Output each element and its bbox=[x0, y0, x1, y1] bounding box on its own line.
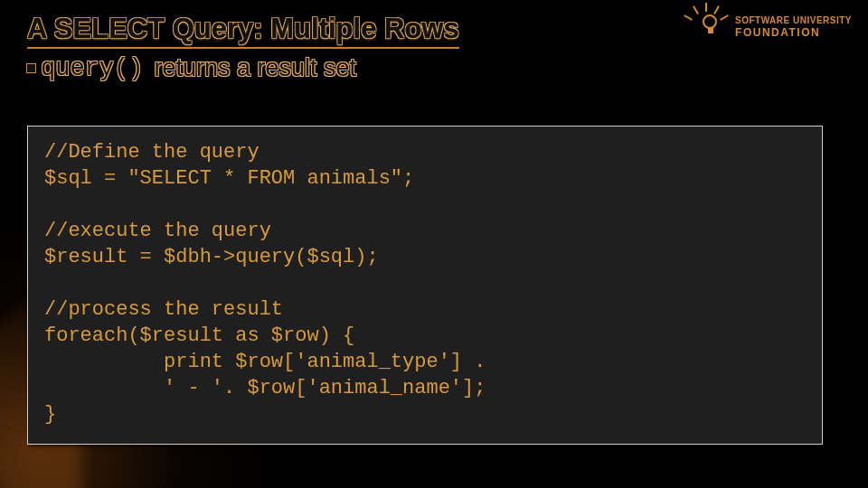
slide-title: A SELECT Query: Multiple Rows bbox=[27, 13, 459, 49]
bullet-square-icon bbox=[27, 64, 35, 72]
bullet-item: query() returns a result set bbox=[27, 54, 841, 82]
logo-line1: SOFTWARE UNIVERSITY bbox=[735, 16, 852, 25]
bullet-code-token: query() bbox=[41, 55, 143, 82]
logo-line2: FOUNDATION bbox=[735, 27, 852, 38]
slide: SOFTWARE UNIVERSITY FOUNDATION A SELECT … bbox=[0, 0, 868, 488]
brand-logo-text: SOFTWARE UNIVERSITY FOUNDATION bbox=[735, 16, 852, 38]
code-block: //Define the query $sql = "SELECT * FROM… bbox=[27, 126, 823, 445]
bullet-text: returns a result set bbox=[154, 54, 356, 82]
brand-logo: SOFTWARE UNIVERSITY FOUNDATION bbox=[692, 9, 852, 45]
lightbulb-icon bbox=[692, 9, 728, 45]
